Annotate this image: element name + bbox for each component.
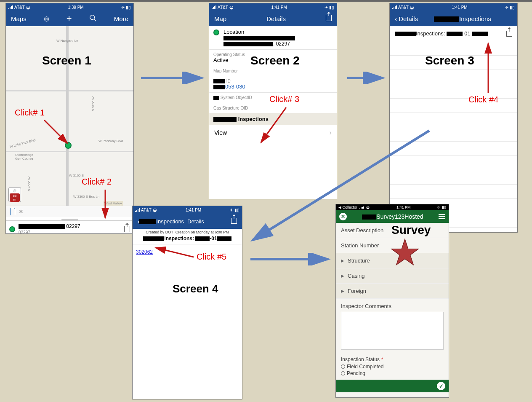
bookmark-row: ✕ — [6, 206, 133, 217]
screen-3: AT&T◒ 1:41 PM ✈ ▮▯ ‹ Details Inspections… — [389, 3, 518, 233]
scale-ruler: ◎ 65 m — [8, 187, 21, 202]
status-bar: AT&T ◒ 1:39 PM ✈ ▮▯ — [6, 3, 133, 11]
signal-icon — [359, 206, 364, 209]
inspection-row[interactable]: Inspections: -01. — [390, 26, 517, 41]
close-icon[interactable]: ✕ — [19, 208, 24, 215]
feature-callout[interactable]: 02297 02297 — [6, 220, 133, 234]
clock: 1:41 PM — [396, 205, 411, 209]
svg-line-1 — [94, 19, 96, 21]
battery-icon: ✈ ▮▯ — [325, 5, 334, 10]
battery-icon: ✈ ▮▯ — [230, 208, 239, 212]
view-inspections-row[interactable]: View › — [209, 125, 337, 141]
status-bar: AT&T◒ 1:41 PM ✈ ▮▯ — [133, 206, 242, 214]
status-field-completed[interactable]: Field Completed — [336, 363, 449, 370]
nav-bar: ‹Inspections Details — [133, 214, 242, 229]
screen-1: AT&T ◒ 1:39 PM ✈ ▮▯ Maps ◎ + More W Nang… — [5, 3, 134, 234]
caret-right-icon: ▶ — [341, 273, 344, 278]
add-button[interactable]: + — [65, 13, 74, 24]
close-survey-button[interactable]: ✕ — [339, 213, 347, 220]
location-row: Location : 02297 — [209, 26, 337, 50]
foreign-accordion[interactable]: ▶Foreign — [336, 284, 449, 299]
survey-title: Survey123Hosted — [376, 213, 423, 220]
back-map-button[interactable]: Map — [213, 15, 228, 22]
back-collector[interactable]: ◀ — [338, 205, 341, 209]
feature-dot-icon — [9, 226, 15, 232]
carrier: AT&T — [14, 5, 25, 10]
feature-id: 02297 — [66, 223, 80, 229]
row-text: Inspections: — [416, 30, 445, 37]
inspection-title-row: Inspections: -01 — [133, 236, 242, 244]
screen-4-label: Screen 4 — [173, 282, 218, 295]
casing-accordion[interactable]: ▶Casing — [336, 268, 449, 284]
signal-icon — [135, 208, 140, 212]
location-value: : 02297 — [273, 41, 290, 47]
click-1-label: Click# 1 — [15, 108, 45, 118]
road-label: S 4000 W — [27, 177, 31, 191]
record-link[interactable]: 302062 — [136, 249, 153, 255]
poi-label: Stonebridge Golf Course — [15, 153, 34, 161]
clock: 1:41 PM — [271, 5, 287, 10]
screen-2-label: Screen 2 — [250, 54, 300, 67]
field-label: System ObjectID — [221, 95, 252, 100]
status-bar: AT&T◒ 1:41 PM ✈ ▮▯ — [209, 3, 337, 11]
status-bar: ◀ Collector ◒ 1:41 PM ✈ ▮▯ — [336, 204, 449, 210]
share-icon[interactable] — [231, 218, 237, 224]
feature-dot-icon — [213, 29, 219, 35]
signal-icon — [212, 5, 216, 9]
screen-4: AT&T◒ 1:41 PM ✈ ▮▯ ‹Inspections Details … — [132, 206, 242, 399]
wifi-icon: ◒ — [229, 5, 234, 10]
inspector-comments-textarea[interactable] — [341, 312, 444, 350]
id-row: ID 053-030 — [209, 76, 337, 93]
submit-button[interactable]: ✓ — [437, 382, 445, 390]
signal-icon — [392, 5, 397, 9]
wifi-icon: ◒ — [26, 5, 30, 10]
click-3-label: Click# 3 — [269, 94, 299, 104]
nav-title: Details — [228, 15, 324, 22]
more-button[interactable]: More — [112, 15, 130, 22]
map-feature-point[interactable] — [65, 142, 72, 149]
gas-structure-row: Gas Structure OID — [209, 103, 337, 113]
locate-icon[interactable]: ◎ — [42, 15, 51, 22]
clock: 1:39 PM — [68, 5, 83, 10]
feature-subid: 02297 — [19, 230, 30, 234]
created-by-text: Created by DOT_Creation on Monday at 6:0… — [133, 229, 242, 236]
field-label: Gas Structure OID — [213, 106, 332, 110]
wifi-icon: ◒ — [366, 205, 370, 209]
field-label: Map Number — [213, 69, 332, 73]
signal-icon — [8, 5, 13, 9]
star-icon — [390, 238, 420, 267]
click-2-label: Click# 2 — [82, 177, 112, 187]
clock: 1:41 PM — [186, 208, 201, 212]
status-pending[interactable]: Pending — [336, 370, 449, 380]
road-label: W Lake Park Blvd — [9, 138, 36, 149]
svg-marker-2 — [391, 239, 418, 265]
poi-label: West Valley — [104, 201, 123, 206]
inspector-comments-label: Inspector Comments — [336, 299, 449, 310]
back-details-button[interactable]: ‹ Details — [393, 15, 420, 22]
battery-icon: ✈ ▮▯ — [121, 5, 131, 10]
survey-footer: ✓ — [336, 380, 449, 392]
locate-icon: ◎ — [10, 188, 20, 193]
nav-bar: ‹ Details Inspections — [390, 11, 517, 26]
radio-icon — [341, 371, 345, 375]
click-5-label: Click #5 — [197, 252, 226, 262]
search-icon[interactable] — [88, 14, 98, 23]
nav-title: Inspections — [459, 15, 491, 22]
road-label: W Nangard Ln — [56, 39, 78, 43]
clock: 1:41 PM — [452, 5, 467, 10]
bookmark-icon[interactable] — [10, 208, 15, 215]
id-link[interactable]: 053-030 — [225, 83, 245, 90]
share-icon[interactable] — [506, 31, 512, 37]
back-inspections-button[interactable]: ‹Inspections — [136, 218, 186, 225]
share-icon[interactable] — [326, 15, 332, 21]
radio-icon — [341, 364, 345, 369]
caret-right-icon: ▶ — [341, 258, 344, 263]
wifi-icon: ◒ — [153, 207, 157, 213]
share-icon[interactable] — [124, 226, 130, 232]
screen-1-label: Screen 1 — [42, 54, 91, 67]
inspection-status-label: Inspection Status * — [336, 354, 449, 363]
svg-point-0 — [90, 15, 95, 19]
map-number-row: Map Number — [209, 66, 337, 76]
maps-button[interactable]: Maps — [9, 15, 28, 22]
menu-icon[interactable] — [439, 214, 445, 219]
